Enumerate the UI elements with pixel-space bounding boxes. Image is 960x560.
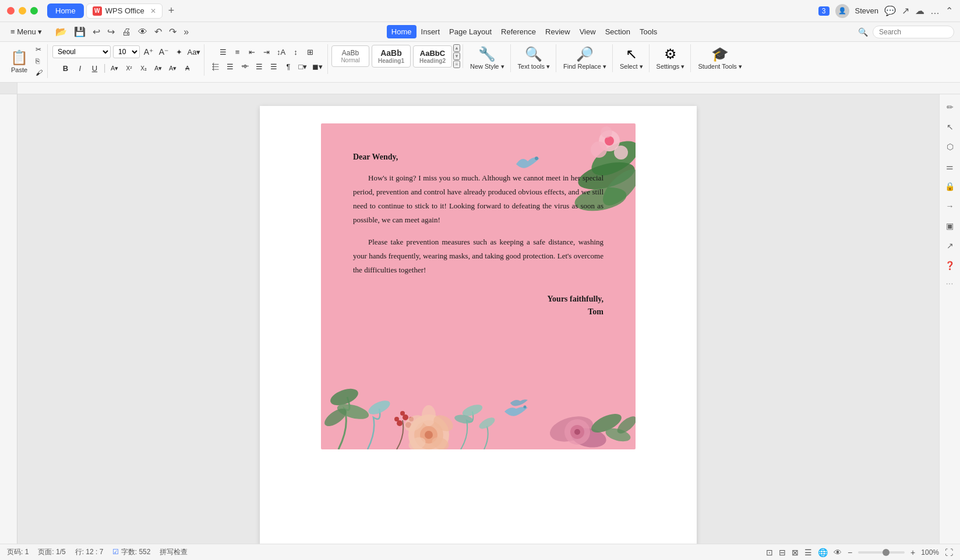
menu-section[interactable]: Section xyxy=(601,25,635,38)
sidebar-export-icon[interactable]: ↗ xyxy=(942,238,958,254)
align-center-button[interactable]: ☰ xyxy=(224,60,237,73)
decrease-indent-button[interactable]: ⇤ xyxy=(246,45,259,58)
collapse-icon[interactable]: ⌃ xyxy=(945,5,953,16)
menu-view[interactable]: View xyxy=(575,25,601,38)
notification-badge[interactable]: 3 xyxy=(818,6,830,16)
menu-tools[interactable]: Tools xyxy=(635,25,662,38)
border-button[interactable]: □▾ xyxy=(297,60,309,73)
font-shrink-button[interactable]: A⁻ xyxy=(157,45,170,58)
style-scroll-down[interactable]: ▼ xyxy=(453,52,460,60)
tab-close-icon[interactable]: ✕ xyxy=(150,7,156,15)
fill-color-button[interactable]: ◼▾ xyxy=(311,60,324,73)
new-style-button[interactable]: 🔧 New Style ▾ xyxy=(467,44,508,72)
redo2-icon[interactable]: ↷ xyxy=(167,25,178,38)
open-icon[interactable]: 📂 xyxy=(54,25,69,38)
zoom-slider[interactable] xyxy=(858,551,905,554)
distributed-button[interactable]: ☰ xyxy=(267,60,280,73)
font-size-select[interactable]: 10 xyxy=(113,45,140,58)
justify-button[interactable]: ☰ xyxy=(253,60,266,73)
chat-icon[interactable]: 💬 xyxy=(884,5,896,16)
style-more[interactable]: ≡ xyxy=(453,61,460,68)
format-painter-button[interactable]: 🖌 xyxy=(33,68,45,78)
numbering-button[interactable]: ≡ xyxy=(231,45,244,58)
student-tools-button[interactable]: 🎓 Student Tools ▾ xyxy=(694,44,746,72)
underline-button[interactable]: U xyxy=(88,62,101,75)
undo2-icon[interactable]: ↶ xyxy=(153,25,164,38)
spell-check[interactable]: 拼写检查 xyxy=(160,547,188,557)
style-heading1[interactable]: AaBb Heading1 xyxy=(372,45,411,68)
new-tab-button[interactable]: + xyxy=(165,5,178,17)
minimize-button[interactable] xyxy=(19,7,26,15)
zoom-in-icon[interactable]: + xyxy=(910,548,915,557)
font-color-button[interactable]: A▾ xyxy=(108,62,121,75)
font-grow-button[interactable]: A⁺ xyxy=(142,45,155,58)
copy-button[interactable]: ⎘ xyxy=(33,56,45,66)
para-spacing-button[interactable]: ¶ xyxy=(282,60,295,73)
sidebar-shape-icon[interactable]: ⬡ xyxy=(942,139,958,155)
strikethrough-button[interactable]: A xyxy=(181,62,194,75)
sidebar-arrow-icon[interactable]: → xyxy=(942,198,958,214)
sidebar-more-icon[interactable]: ··· xyxy=(946,279,954,288)
bullets-button[interactable]: ☰ xyxy=(217,45,230,58)
style-normal[interactable]: AaBb Normal xyxy=(331,45,369,67)
sidebar-cursor-icon[interactable]: ↖ xyxy=(942,119,958,135)
menu-home[interactable]: Home xyxy=(387,25,417,38)
close-button[interactable] xyxy=(7,7,15,15)
superscript-button[interactable]: X² xyxy=(123,62,136,75)
share-icon[interactable]: ↗ xyxy=(902,5,909,16)
bold-button[interactable]: B xyxy=(59,62,72,75)
sort-button[interactable]: ↕A xyxy=(275,45,288,58)
font-family-select[interactable]: Seoul xyxy=(52,45,111,58)
more-icon[interactable]: » xyxy=(182,26,190,38)
redo-icon[interactable]: ↪ xyxy=(105,25,117,38)
line-spacing-button[interactable]: ↕ xyxy=(290,45,302,58)
undo-icon[interactable]: ↩ xyxy=(91,25,102,38)
style-scroll-up[interactable]: ▲ xyxy=(453,44,460,52)
print-layout-icon[interactable]: ⊟ xyxy=(779,548,786,557)
paste-button[interactable]: 📋 Paste xyxy=(7,48,31,75)
increase-indent-button[interactable]: ⇥ xyxy=(260,45,273,58)
maximize-button[interactable] xyxy=(30,7,38,15)
search-input[interactable] xyxy=(873,26,954,38)
sidebar-panel-icon[interactable]: ▣ xyxy=(942,218,958,234)
tab-wps[interactable]: W WPS Office ✕ xyxy=(86,3,163,19)
menu-reference[interactable]: Reference xyxy=(496,25,541,38)
cloud-icon[interactable]: ☁ xyxy=(915,5,924,16)
select-button[interactable]: ↖ Select ▾ xyxy=(616,44,647,72)
outline-icon[interactable]: ☰ xyxy=(804,548,812,557)
menu-review[interactable]: Review xyxy=(541,25,575,38)
print-icon[interactable]: 🖨 xyxy=(120,26,133,38)
fullscreen-icon[interactable]: ⛶ xyxy=(945,548,953,557)
sidebar-adjust-icon[interactable]: ⚌ xyxy=(942,158,958,175)
settings-button[interactable]: ⚙ Settings ▾ xyxy=(653,44,689,72)
align-right-button[interactable]: ⬲ xyxy=(238,60,251,73)
sidebar-pencil-icon[interactable]: ✏ xyxy=(942,99,958,115)
cut-button[interactable]: ✂ xyxy=(33,44,45,55)
subscript-button[interactable]: X₂ xyxy=(137,62,150,75)
save-icon[interactable]: 💾 xyxy=(72,25,87,38)
menu-insert[interactable]: Insert xyxy=(417,25,445,38)
sidebar-help-icon[interactable]: ❓ xyxy=(942,257,958,274)
clear-format-button[interactable]: ✦ xyxy=(172,45,185,58)
zoom-out-icon[interactable]: − xyxy=(848,548,852,557)
web-icon[interactable]: 🌐 xyxy=(818,548,828,557)
italic-button[interactable]: I xyxy=(73,62,86,75)
reading-mode-icon[interactable]: ⊡ xyxy=(766,548,773,557)
char-spacing-button[interactable]: Aa▾ xyxy=(188,45,200,58)
page-break-icon[interactable]: ⊠ xyxy=(792,548,799,557)
menu-page-layout[interactable]: Page Layout xyxy=(444,25,496,38)
sidebar-lock-icon[interactable]: 🔒 xyxy=(942,178,958,194)
find-replace-button[interactable]: 🔎 Find Replace ▾ xyxy=(560,44,610,72)
highlight-color-button[interactable]: A▾ xyxy=(152,62,165,75)
menu-more-icon[interactable]: … xyxy=(930,6,940,16)
style-heading2[interactable]: AaBbC Heading2 xyxy=(413,45,452,68)
text-tools-button[interactable]: 🔍 Text tools ▾ xyxy=(514,44,554,72)
tab-home[interactable]: Home xyxy=(47,3,84,18)
shading-button[interactable]: A▾ xyxy=(167,62,179,75)
align-left-button[interactable]: ⬱ xyxy=(209,60,222,73)
print-preview-icon[interactable]: 👁 xyxy=(136,26,149,38)
columns-button[interactable]: ⊞ xyxy=(304,45,317,58)
hamburger-menu[interactable]: ≡ Menu ▾ xyxy=(6,25,47,38)
document-canvas[interactable]: Dear Wendy, How's it going? I miss you s… xyxy=(17,94,939,544)
focus-icon[interactable]: 👁 xyxy=(834,548,842,557)
